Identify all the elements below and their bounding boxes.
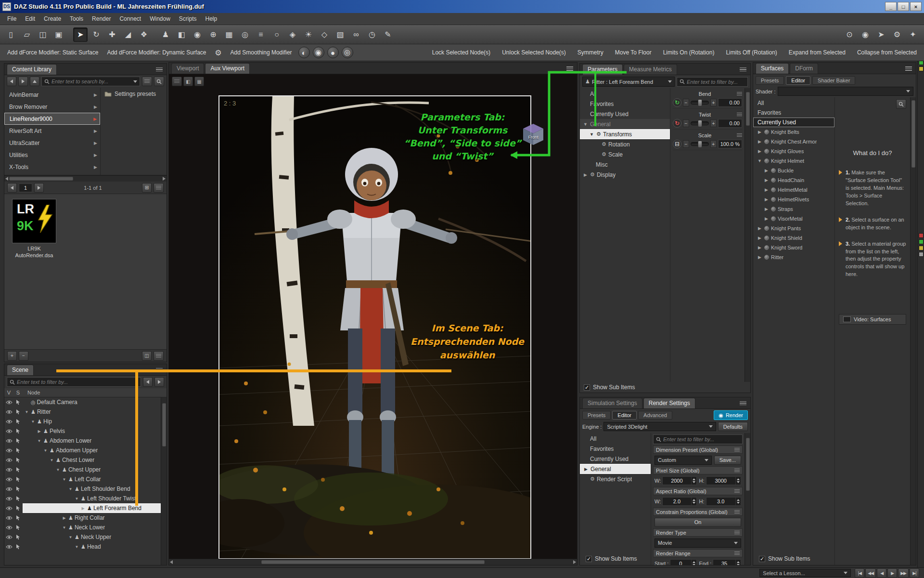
slider-increment-button[interactable]: + [710, 99, 717, 106]
back-button[interactable] [7, 77, 16, 86]
scrollbar-thumb[interactable] [9, 177, 73, 181]
surface-group-row[interactable]: ▶ HelmetRivets [753, 195, 834, 204]
slider-track[interactable] [691, 121, 709, 125]
play-backward-button[interactable]: ◀ [877, 568, 886, 578]
expander-icon[interactable]: ▶ [93, 117, 97, 121]
slider-track[interactable] [691, 142, 709, 146]
up-level-button[interactable] [30, 77, 39, 86]
scrollbar-thumb[interactable] [746, 92, 750, 126]
content-folder-row[interactable]: Brow Remover ▶ [4, 101, 100, 113]
selection-cursor-icon[interactable] [13, 409, 23, 415]
surfaces-subtab[interactable]: Editor [786, 76, 810, 85]
menu-item[interactable]: Connect [115, 14, 145, 24]
scene-node-row[interactable]: ▼ ♟ Ritter [4, 407, 161, 417]
visibility-eye-icon[interactable] [4, 506, 13, 511]
surfaces-filter-row[interactable]: All [753, 98, 834, 108]
surface-group-row[interactable]: ▶ Knight Gloves [753, 146, 834, 156]
rotate-tool-icon[interactable]: ↻ [89, 27, 103, 42]
library-search-icon[interactable] [154, 77, 164, 86]
expander-icon[interactable]: ▼ [24, 410, 29, 414]
scene-node-row[interactable]: ▶ ♟ Pelvis [4, 426, 161, 436]
universal-tool-icon[interactable]: ❖ [137, 27, 151, 42]
render-settings-subtab[interactable]: Presets [582, 411, 611, 420]
scene-info-icon[interactable]: ▧ [333, 27, 347, 42]
selection-cursor-icon[interactable] [13, 496, 23, 501]
save-preset-button[interactable]: Save... [714, 456, 741, 465]
expander-icon[interactable]: ▶ [94, 92, 97, 97]
selection-cursor-icon[interactable] [13, 448, 23, 453]
step-back-button[interactable]: ◀◀ [865, 568, 876, 578]
surfaces-subtab[interactable]: Presets [756, 76, 784, 85]
selection-cursor-icon[interactable] [13, 419, 23, 424]
toolbar-action-button[interactable]: Move To Floor [613, 47, 654, 58]
horizontal-scrollbar[interactable] [4, 175, 167, 182]
create-null-icon[interactable]: ○ [270, 27, 284, 42]
aspect-width-field[interactable]: W: 2.0 [654, 497, 697, 506]
expander-icon[interactable]: ▼ [37, 439, 42, 443]
render-group-row[interactable]: Favorites [580, 444, 651, 454]
surface-group-row[interactable]: ▶ Straps [753, 204, 834, 214]
surface-group-row[interactable]: ▶ Knight Chest Armor [753, 137, 834, 146]
parameter-menu-icon[interactable] [737, 92, 742, 96]
content-folder-row[interactable]: RiverSoft Art ▶ [4, 125, 100, 137]
page-number[interactable]: 1 [19, 184, 32, 192]
tab-content-library[interactable]: Content Library [7, 64, 57, 75]
aux-render-icon[interactable]: ⊙ [842, 27, 857, 42]
menu-item[interactable]: Edit [21, 14, 39, 24]
selection-cursor-icon[interactable] [13, 515, 23, 521]
expander-icon[interactable]: ▼ [68, 487, 73, 491]
surfaces-tab[interactable]: DForm [790, 63, 818, 74]
content-folder-row[interactable]: LineRender9000 ▶ [4, 113, 100, 125]
remove-button[interactable]: − [19, 351, 28, 361]
render-settings-tab[interactable]: Render Settings [643, 398, 695, 408]
aim-camera-icon[interactable]: ⊕ [206, 27, 220, 42]
pane-menu-icon[interactable] [156, 67, 163, 72]
play-button[interactable]: ▶ [887, 568, 897, 578]
view-mode-icon[interactable] [142, 77, 152, 86]
expander-icon[interactable]: ▼ [757, 158, 762, 163]
docked-pane-tab[interactable] [919, 66, 924, 71]
expander-icon[interactable]: ▶ [94, 105, 97, 109]
timeline-icon[interactable]: ◷ [365, 27, 379, 42]
expander-icon[interactable]: ▶ [757, 226, 762, 231]
render-settings-subtab[interactable]: Editor [612, 411, 637, 420]
visibility-eye-icon[interactable] [4, 400, 13, 405]
content-search-input[interactable] [51, 79, 131, 84]
menu-item[interactable]: File [3, 14, 21, 24]
prev-page-button[interactable] [7, 183, 17, 193]
menu-item[interactable]: Window [145, 14, 175, 24]
vertical-scrollbar[interactable] [744, 88, 750, 382]
shader-dropdown[interactable] [778, 87, 913, 96]
create-primitive-icon[interactable]: ◇ [317, 27, 332, 42]
visibility-eye-icon[interactable] [4, 487, 13, 491]
scene-filter-input[interactable] [17, 379, 138, 385]
visibility-eye-icon[interactable] [4, 535, 13, 539]
parameter-group-row[interactable]: ▼ ⚙ Transforms [580, 129, 670, 139]
selection-cursor-icon[interactable] [13, 467, 23, 473]
menu-item[interactable]: Tools [65, 14, 88, 24]
tab-scene[interactable]: Scene [7, 365, 34, 375]
slider-decrement-button[interactable]: − [683, 119, 689, 127]
slider-increment-button[interactable]: + [710, 140, 717, 148]
render-settings-icon[interactable]: ⚙ [890, 27, 904, 42]
frame-camera-icon[interactable]: ▦ [222, 27, 236, 42]
visibility-eye-icon[interactable] [4, 410, 13, 414]
parameter-menu-icon[interactable] [737, 113, 742, 117]
pixel-height-field[interactable]: H: 3000 [699, 476, 742, 485]
constrain-proportions-toggle[interactable]: On [654, 518, 741, 527]
snapshot-icon[interactable]: ◎ [342, 47, 353, 58]
content-subfolder[interactable]: Settings presets [104, 91, 163, 97]
editor-icon[interactable]: ✦ [906, 27, 920, 42]
surface-group-row[interactable]: ▶ Knight Belts [753, 127, 834, 137]
expander-icon[interactable]: ▶ [757, 245, 762, 250]
expander-icon[interactable]: ▶ [583, 172, 588, 177]
minimize-button[interactable]: _ [885, 2, 897, 11]
surfaces-tab[interactable]: Surfaces [756, 63, 789, 74]
surface-group-row[interactable]: ▶ Knight Pants [753, 223, 834, 233]
scene-node-row[interactable]: ▼ ♟ Neck Upper [4, 532, 161, 542]
expander-icon[interactable]: ▶ [94, 153, 97, 158]
visibility-eye-icon[interactable] [4, 429, 13, 434]
pane-menu-icon[interactable] [740, 67, 746, 72]
menu-item[interactable]: Render [88, 14, 115, 24]
parameter-group-row[interactable]: Currently Used [580, 109, 670, 119]
